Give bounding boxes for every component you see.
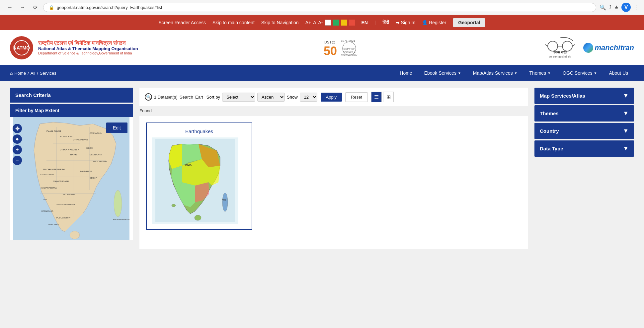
color-scheme-red[interactable]	[349, 20, 355, 26]
svg-text:50: 50	[324, 44, 337, 58]
themes-section[interactable]: Themes ▼	[534, 105, 634, 122]
org-name-en: National Atlas & Thematic Mapping Organi…	[38, 46, 138, 51]
country-section[interactable]: Country ▼	[534, 123, 634, 139]
breadcrumb-all[interactable]: All	[31, 71, 35, 76]
sign-in-icon: ➡	[396, 20, 400, 25]
org-info: राष्ट्रीय एटलस एवं थिमैटिक मानचित्रण संग…	[38, 40, 138, 55]
header-right-logos: स्वच्छ भारत एक कदम सफाई की ओर manchitran	[543, 36, 634, 59]
list-view-button[interactable]: ☰	[371, 92, 382, 102]
breadcrumb-home[interactable]: Home	[14, 71, 26, 76]
svg-text:SCIENCE &: SCIENCE &	[343, 51, 356, 53]
register-icon: 👤	[422, 20, 428, 25]
result-map-image: INDIA A&N	[152, 137, 238, 224]
nav-themes[interactable]: Themes ▼	[523, 65, 557, 81]
grid-view-button[interactable]: ⊞	[383, 92, 394, 102]
skip-nav-link[interactable]: Skip to Navigation	[261, 20, 299, 25]
manchitran-globe-icon	[583, 43, 593, 53]
profile-button[interactable]: V	[621, 3, 631, 12]
svg-text:ANDAMAN AND N: ANDAMAN AND N	[113, 218, 129, 220]
font-increase-btn[interactable]: A+	[305, 20, 311, 25]
svg-text:JHARKHAND: JHARKHAND	[80, 170, 92, 172]
zoom-out-button[interactable]: −	[13, 156, 22, 165]
globe-button[interactable]: ●	[13, 134, 22, 144]
data-type-label: Data Type	[540, 146, 563, 151]
color-scheme-green[interactable]	[333, 20, 339, 26]
home-icon: ⌂	[10, 70, 13, 76]
reload-button[interactable]: ⟳	[31, 3, 40, 12]
breadcrumb-separator2: /	[37, 71, 38, 76]
svg-text:TECHNOLOGY: TECHNOLOGY	[341, 54, 357, 56]
share-button[interactable]: ⤴	[609, 4, 611, 10]
search-query: Eart	[195, 95, 203, 100]
register-link[interactable]: 👤 Register	[422, 20, 446, 25]
pan-button[interactable]: ✥	[13, 124, 22, 133]
search-icon: 🔍	[145, 93, 152, 101]
svg-text:MEGHALAYA: MEGHALAYA	[90, 154, 102, 156]
skip-main-link[interactable]: Skip to main content	[212, 20, 255, 25]
reset-button[interactable]: Reset	[345, 92, 368, 102]
found-label: Found	[139, 108, 152, 113]
font-controls: A+ A A-	[305, 20, 355, 26]
svg-point-50	[195, 215, 201, 220]
svg-point-10	[562, 41, 572, 51]
menu-button[interactable]: ⋮	[633, 4, 639, 11]
color-scheme-white[interactable]	[325, 20, 331, 26]
svg-text:VELI AND DAMAN: VELI AND DAMAN	[40, 174, 54, 176]
show-select[interactable]: 12 24 48	[300, 93, 317, 102]
found-text: Found	[139, 107, 528, 116]
sign-in-label: Sign In	[401, 20, 416, 25]
svg-text:CHHATTISGARH: CHHATTISGARH	[53, 180, 69, 182]
back-button[interactable]: ←	[5, 3, 15, 12]
font-decrease-btn[interactable]: A-	[318, 20, 323, 25]
org-name-hindi: राष्ट्रीय एटलस एवं थिमैटिक मानचित्रण संग…	[38, 40, 138, 46]
svg-point-45	[114, 190, 122, 217]
nav-ogc-services[interactable]: OGC Services ▼	[557, 65, 603, 81]
geoportal-btn[interactable]: Geoportal	[453, 18, 485, 27]
nav-links: Home Ebook Services ▼ Map/Atlas Services…	[394, 65, 634, 81]
lang-divider: |	[374, 20, 376, 25]
sort-by-label: Sort by	[206, 95, 220, 100]
results-area: Earthquakes	[139, 116, 528, 249]
filter-by-map-label: Filter by Map Extent	[15, 108, 59, 113]
bookmark-button[interactable]: ★	[614, 4, 619, 11]
sort-select[interactable]: Select Title Date Relevance	[222, 93, 255, 102]
address-bar[interactable]: 🔒 geoportal.natmo.gov.in/search?query=Ea…	[43, 3, 596, 12]
svg-text:UTTARAKHAND: UTTARAKHAND	[73, 139, 88, 141]
svg-text:BIHAR: BIHAR	[70, 153, 77, 156]
dataset-count: 1 Dataset(s)	[154, 95, 178, 100]
svg-point-49	[222, 193, 228, 211]
nav-home[interactable]: Home	[394, 65, 418, 81]
apply-button[interactable]: Apply	[321, 93, 342, 102]
nav-ebook-services[interactable]: Ebook Services ▼	[418, 65, 467, 81]
browser-actions: 🔍 ⤴ ★ V ⋮	[600, 3, 639, 12]
svg-text:DST@: DST@	[324, 40, 335, 44]
india-map-svg: DAKH SHMIR AL PRADESH UTTARAKHAND ARUNAC…	[10, 117, 133, 240]
breadcrumb-services[interactable]: Services	[40, 71, 56, 76]
font-normal-btn[interactable]: A	[313, 20, 316, 25]
country-label: Country	[540, 128, 559, 134]
search-button[interactable]: 🔍	[600, 4, 606, 11]
register-label: Register	[429, 20, 446, 25]
data-type-section[interactable]: Data Type ▼	[534, 140, 634, 157]
result-card[interactable]: Earthquakes	[146, 123, 252, 230]
order-select[interactable]: Ascen Descen	[257, 93, 285, 102]
nav-map-atlas-services[interactable]: Map/Atlas Services ▼	[467, 65, 523, 81]
edit-button[interactable]: Edit	[106, 123, 127, 133]
zoom-in-button[interactable]: +	[13, 145, 22, 154]
forward-button[interactable]: →	[18, 3, 27, 12]
map-container: DAKH SHMIR AL PRADESH UTTARAKHAND ARUNAC…	[10, 117, 133, 240]
themes-label: Themes	[540, 111, 559, 116]
map-services-atlas-section[interactable]: Map Services/Atlas ▼	[534, 88, 634, 104]
lang-hindi-link[interactable]: हिंदी	[382, 20, 389, 25]
svg-point-51	[172, 204, 176, 207]
svg-point-47	[70, 231, 80, 239]
nav-bar: ⌂ Home / All / Services Home Ebook Servi…	[0, 65, 644, 81]
sign-in-link[interactable]: ➡ Sign In	[396, 20, 416, 25]
manchitran-logo: manchitran	[583, 43, 634, 53]
nav-about-us[interactable]: About Us	[603, 65, 634, 81]
data-type-chevron-icon: ▼	[623, 145, 629, 152]
screen-reader-access-link[interactable]: Screen Reader Access	[159, 20, 206, 25]
lang-en-link[interactable]: EN	[362, 20, 368, 25]
color-scheme-yellow[interactable]	[341, 20, 347, 26]
svg-text:AL PRADESH: AL PRADESH	[60, 135, 72, 137]
